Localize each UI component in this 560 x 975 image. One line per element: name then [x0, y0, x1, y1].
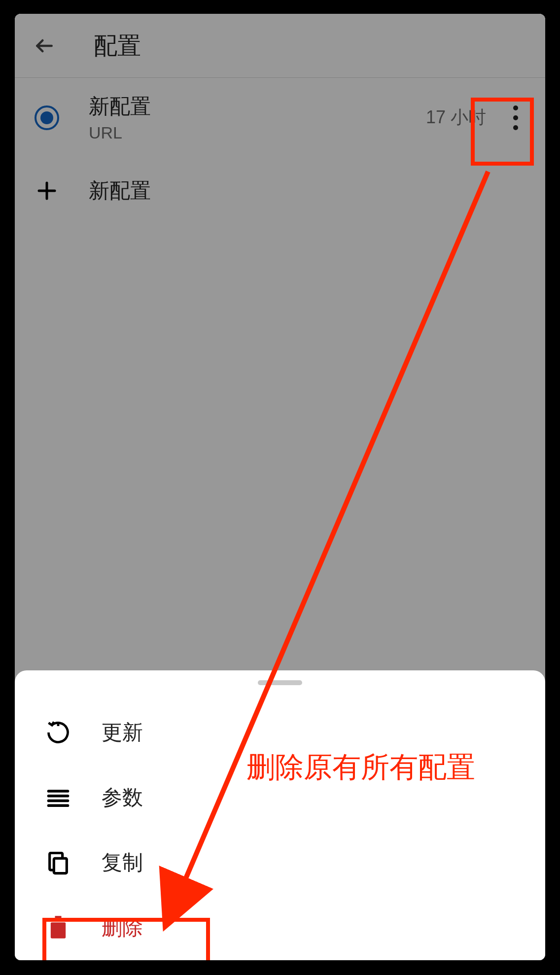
config-list-item[interactable]: 新配置 URL 17 小时 [15, 78, 545, 157]
config-subtitle-label: URL [89, 123, 426, 142]
config-time-label: 17 小时 [426, 105, 486, 130]
copy-icon [44, 849, 72, 876]
page-title: 配置 [94, 30, 141, 62]
sheet-update-label: 更新 [102, 719, 143, 746]
config-text-block: 新配置 URL [89, 93, 426, 142]
trash-icon [44, 914, 72, 941]
sheet-item-update[interactable]: 更新 [15, 700, 545, 765]
sheet-params-label: 参数 [102, 784, 143, 811]
svg-rect-7 [54, 858, 67, 873]
sheet-drag-handle[interactable] [258, 680, 302, 685]
svg-rect-8 [51, 922, 66, 939]
add-config-label: 新配置 [89, 177, 151, 205]
svg-rect-10 [55, 916, 62, 918]
sheet-copy-label: 复制 [102, 849, 143, 876]
sheet-item-params[interactable]: 参数 [15, 765, 545, 830]
update-icon [44, 719, 72, 746]
bottom-sheet: 更新 参数 复制 删除 [15, 670, 545, 960]
add-config-button[interactable]: 新配置 [15, 157, 545, 224]
back-arrow-icon [34, 35, 55, 57]
config-name-label: 新配置 [89, 93, 426, 120]
sheet-item-copy[interactable]: 复制 [15, 830, 545, 895]
plus-icon [35, 178, 59, 203]
params-icon [44, 784, 72, 811]
back-button[interactable] [30, 31, 59, 61]
sheet-delete-label: 删除 [102, 914, 143, 941]
svg-rect-9 [50, 918, 67, 922]
more-vertical-icon [513, 105, 518, 110]
radio-selected-icon[interactable] [35, 105, 59, 130]
sheet-item-delete[interactable]: 删除 [15, 895, 545, 960]
more-options-button[interactable] [501, 98, 530, 138]
